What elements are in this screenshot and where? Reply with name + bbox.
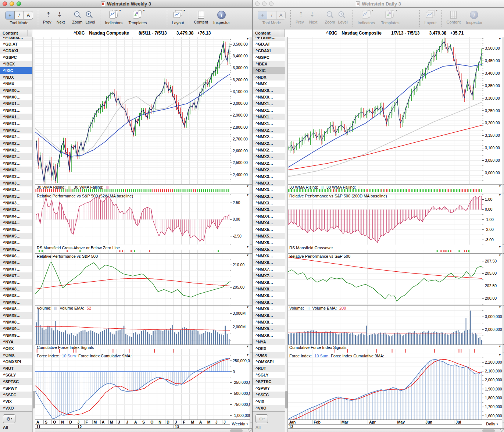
tool-crosshair-button[interactable]: + [6,11,14,19]
sidebar-item-nmx1[interactable]: ^NMX1… [253,120,285,127]
tool-text-button[interactable]: A [276,11,285,19]
sidebar-item-oex[interactable]: ^OEX [0,345,32,352]
sidebar-item-nmx8[interactable]: ^NMX8… [253,292,285,299]
sidebar-item-gdaxi[interactable]: ^GDAXI [0,47,32,54]
sidebar-item-nmx2[interactable]: ^NMX2… [0,167,32,173]
panel-divider-handle[interactable] [250,422,252,422]
sidebar-item-nya[interactable]: ^NYA [0,339,32,345]
sidebar-item-omx[interactable]: ^OMX [0,352,32,358]
sidebar-item-nmx5[interactable]: ^NMX5… [0,233,32,239]
sidebar-item-nmx7[interactable]: ^NMX7… [0,272,32,279]
action-gear-button[interactable]: ⚙ ▾ [3,414,15,423]
panel-divider-handle[interactable] [503,244,504,245]
sidebar-item-spwy[interactable]: ^SPWY [0,385,32,392]
titlebar[interactable]: Weinstein Daily 3 [253,0,504,8]
sidebar-item-nmx3[interactable]: ^NMX3… [253,206,285,213]
panel-divider-handle[interactable] [503,422,504,422]
sidebar-item-nmx0[interactable]: ^NMX0… [253,87,285,94]
panel-collapse-triangle[interactable]: ▾ [247,353,249,357]
panel-collapse-triangle[interactable]: ▾ [499,193,501,197]
sidebar-item-nmx[interactable]: ^NMX [253,81,285,87]
titlebar[interactable]: Weinstein Weekly 3 [0,0,252,8]
sidebar-item-nmx9[interactable]: ^NMX9… [253,332,285,339]
panel-collapse-triangle[interactable]: ▾ [247,345,249,348]
panel-collapse-triangle[interactable]: ▾ [499,345,501,348]
sidebar-item-sgly[interactable]: ^SGLY [0,372,32,378]
close-window-button[interactable] [3,1,7,6]
sidebar-item-nmx8[interactable]: ^NMX8… [253,299,285,306]
sidebar-item-nmx5[interactable]: ^NMX5… [0,239,32,246]
sidebar-item-nmx3[interactable]: ^NMX3… [0,186,32,193]
sidebar-item-ibex[interactable]: ^IBEX [253,61,285,67]
sidebar-item-rut[interactable]: ^RUT [0,365,32,372]
sidebar-item-nmx8[interactable]: ^NMX8… [0,279,32,286]
sidebar-item-nmx8[interactable]: ^NMX8… [253,306,285,312]
sidebar-scrollbar[interactable] [285,37,288,432]
sidebar-item-nmx2[interactable]: ^NMX2… [253,153,285,160]
zoom-window-button[interactable] [17,1,21,6]
sidebar-item-spwy[interactable]: ^SPWY [253,385,285,392]
panel-resize-strip[interactable] [250,37,252,428]
sidebar-item-nmx2[interactable]: ^NMX2… [253,127,285,133]
sidebar-item-omxspi[interactable]: ^OMXSPI [0,358,32,365]
panel-collapse-triangle[interactable]: ▾ [499,353,501,357]
action-gear-button[interactable]: ⚙ ▾ [255,414,268,423]
minimize-window-button[interactable] [10,1,14,6]
sidebar-item-gspc[interactable]: ^GSPC [0,54,32,61]
panel-divider-handle[interactable] [250,244,252,245]
next-icon[interactable]: ⇣ [57,11,62,19]
sidebar-item-vxo[interactable]: ^VXO [253,405,285,411]
indicators-button[interactable]: ▾ Indicators [358,10,375,25]
sidebar-item-nmx2[interactable]: ^NMX2… [0,147,32,153]
sidebar-item-nmx2[interactable]: ^NMX2… [0,133,32,140]
panel-divider-handle[interactable] [503,193,504,193]
panel-collapse-triangle[interactable]: ▾ [499,306,501,309]
zoom-window-button[interactable] [269,1,274,6]
prev-icon[interactable]: ⇡ [298,11,303,19]
inspector-button[interactable]: i Inspector [466,10,482,25]
resize-grip[interactable] [500,429,504,432]
sidebar-item-ssec[interactable]: ^SSEC [0,392,32,398]
resize-grip[interactable] [248,429,252,432]
sidebar-item-partial[interactable]: ^FTSEM… [0,37,32,41]
sidebar-item-rut[interactable]: ^RUT [253,365,285,372]
sidebar-item-nmx7[interactable]: ^NMX7… [253,266,285,272]
sidebar-item-nmx9[interactable]: ^NMX9… [253,325,285,332]
panel-divider-handle[interactable] [250,353,252,353]
sidebar-item-nmx8[interactable]: ^NMX8… [0,286,32,292]
layout-button[interactable]: ▾ Layout [172,10,184,25]
tool-text-button[interactable]: A [24,11,33,19]
sidebar-item-gdaxi[interactable]: ^GDAXI [253,47,285,54]
tool-trendline-button[interactable]: / [14,11,24,19]
panel-divider-handle[interactable] [503,353,504,353]
sidebar-item-nmx8[interactable]: ^NMX8… [0,306,32,312]
sidebar-item-nmx2[interactable]: ^NMX2… [0,153,32,160]
zoom-out-icon[interactable] [74,11,82,19]
sidebar-item-nmx9[interactable]: ^NMX9… [0,332,32,339]
sidebar-item-nmx6[interactable]: ^NMX6… [0,259,32,266]
sidebar-item-nmx5[interactable]: ^NMX5… [0,226,32,233]
sidebar-item-nmx1[interactable]: ^NMX1… [0,120,32,127]
sidebar-item-nmx5[interactable]: ^NMX5… [253,246,285,253]
sidebar-item-nmx0[interactable]: ^NMX0… [0,87,32,94]
sidebar-item-nmx3[interactable]: ^NMX3… [0,193,32,200]
sidebar-item-nmx4[interactable]: ^NMX4… [253,219,285,226]
panel-collapse-triangle[interactable]: ▾ [499,185,501,188]
tool-crosshair-button[interactable]: + [258,11,267,19]
prev-icon[interactable]: ⇡ [46,11,51,19]
horizontal-scrollbar-thumb[interactable] [482,429,495,432]
sidebar-item-nmx[interactable]: ^NMX [0,81,32,87]
sidebar-item-nmx4[interactable]: ^NMX4… [0,219,32,226]
sidebar-item-nmx5[interactable]: ^NMX5… [253,239,285,246]
sidebar-item-gspc[interactable]: ^GSPC [253,54,285,61]
panel-divider-handle[interactable] [250,184,252,185]
sidebar-item-nmx3[interactable]: ^NMX3… [0,173,32,180]
panel-resize-strip[interactable] [502,37,504,428]
sidebar-header[interactable]: Content [0,29,32,37]
panel-divider-handle[interactable] [503,305,504,306]
sidebar-item-nmx8[interactable]: ^NMX8… [253,279,285,286]
panel-collapse-triangle[interactable]: ▾ [247,245,249,249]
next-icon[interactable]: ⇣ [310,11,315,19]
sidebar-item-nya[interactable]: ^NYA [253,339,285,345]
sidebar-item-nmx1[interactable]: ^NMX1… [253,114,285,120]
